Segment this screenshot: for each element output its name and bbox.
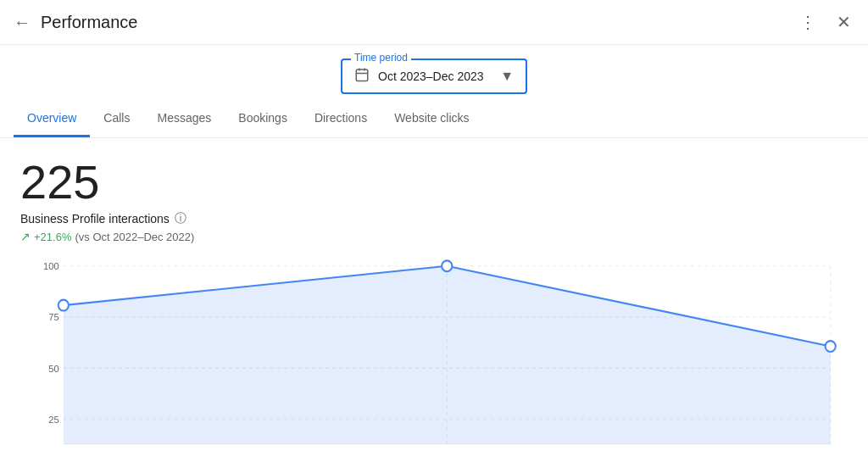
close-button[interactable]: ✕ xyxy=(833,8,854,36)
time-period-dropdown[interactable]: Time period Oct 2023–Dec 2023 ▼ xyxy=(341,58,527,94)
tab-calls[interactable]: Calls xyxy=(90,101,143,137)
svg-text:100: 100 xyxy=(43,261,59,271)
header-left: ← Performance xyxy=(14,13,138,32)
time-period-container: Time period Oct 2023–Dec 2023 ▼ xyxy=(0,45,868,101)
svg-text:25: 25 xyxy=(48,415,58,425)
header: ← Performance ⋮ ✕ xyxy=(0,0,868,45)
tab-website-clicks[interactable]: Website clicks xyxy=(381,101,482,137)
tab-directions[interactable]: Directions xyxy=(301,101,381,137)
time-period-label: Time period xyxy=(351,52,411,64)
svg-text:50: 50 xyxy=(48,363,58,373)
stat-change: ↗ +21.6% (vs Oct 2022–Dec 2022) xyxy=(20,230,848,243)
svg-point-18 xyxy=(826,341,836,352)
tab-overview[interactable]: Overview xyxy=(14,101,90,137)
page-title: Performance xyxy=(41,13,138,32)
info-icon[interactable]: ⓘ xyxy=(175,211,186,226)
chart-svg: 100 75 50 25 Oct 2023 Nov 2023 Dec 2023 xyxy=(20,257,848,451)
tab-messages[interactable]: Messages xyxy=(143,101,225,137)
tabs-container: Overview Calls Messages Bookings Directi… xyxy=(0,101,868,138)
main-content: 225 Business Profile interactions ⓘ ↗ +2… xyxy=(0,138,868,451)
svg-point-16 xyxy=(58,300,69,311)
time-period-value: Oct 2023–Dec 2023 xyxy=(378,70,492,83)
more-options-button[interactable]: ⋮ xyxy=(796,8,820,36)
stat-number: 225 xyxy=(20,159,848,206)
chevron-down-icon: ▼ xyxy=(500,69,514,84)
stat-label: Business Profile interactions ⓘ xyxy=(20,211,848,226)
compare-text: (vs Oct 2022–Dec 2022) xyxy=(75,231,194,243)
svg-text:75: 75 xyxy=(48,312,58,322)
svg-rect-0 xyxy=(356,70,368,81)
change-pct: +21.6% xyxy=(34,231,71,243)
chart-container: 100 75 50 25 Oct 2023 Nov 2023 Dec 2023 xyxy=(20,257,848,451)
tab-bookings[interactable]: Bookings xyxy=(225,101,301,137)
svg-point-17 xyxy=(442,260,452,271)
calendar-icon xyxy=(354,67,370,86)
header-right: ⋮ ✕ xyxy=(796,8,854,36)
back-button[interactable]: ← xyxy=(14,13,31,32)
trend-up-icon: ↗ xyxy=(20,230,31,243)
